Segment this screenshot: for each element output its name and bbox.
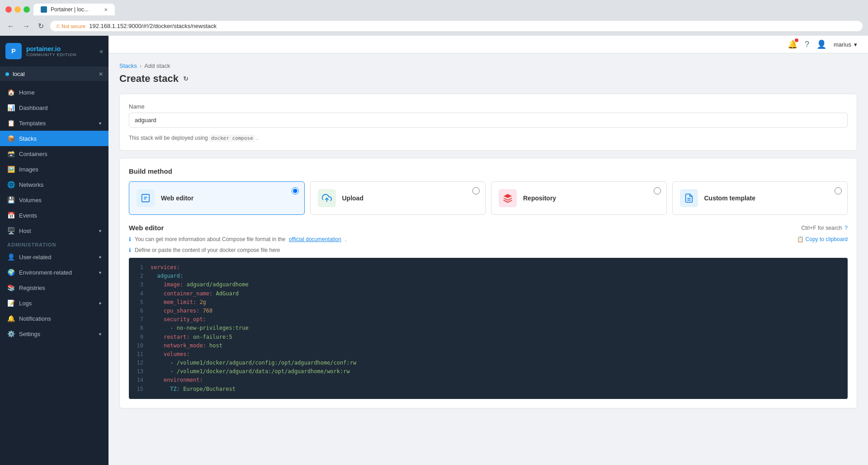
sidebar-item-dashboard[interactable]: 📊 Dashboard bbox=[0, 100, 108, 115]
custom-template-radio[interactable] bbox=[835, 187, 842, 195]
sidebar-item-label: Environment-related bbox=[19, 269, 72, 276]
close-btn[interactable] bbox=[5, 6, 12, 13]
notification-bell[interactable]: 🔔 bbox=[788, 39, 797, 49]
line-number: 10 bbox=[134, 342, 143, 350]
sidebar-item-home[interactable]: 🏠 Home bbox=[0, 85, 108, 100]
browser-tab[interactable]: Portainer | loc... ✕ bbox=[33, 4, 115, 15]
sidebar-item-label: Networks bbox=[19, 181, 43, 188]
forward-button[interactable]: → bbox=[21, 20, 32, 32]
line-number: 15 bbox=[134, 385, 143, 394]
name-input[interactable] bbox=[129, 113, 848, 128]
logo-text: portainer.io COMMUNITY EDITION bbox=[26, 45, 76, 57]
chevron-down-icon: ▾ bbox=[99, 270, 101, 275]
sidebar-item-settings[interactable]: ⚙️ Settings ▾ bbox=[0, 326, 108, 342]
sidebar-item-label: Home bbox=[19, 89, 35, 96]
stacks-icon: 📦 bbox=[7, 135, 14, 142]
refresh-button[interactable]: ↻ bbox=[183, 75, 189, 82]
page-title-text: Create stack bbox=[119, 73, 179, 85]
build-method-web-editor[interactable]: Web editor bbox=[129, 181, 305, 215]
images-icon: 🖼️ bbox=[7, 166, 14, 173]
build-method-repository[interactable]: Repository bbox=[491, 181, 667, 215]
define-hint-text: Define or paste the content of your dock… bbox=[135, 247, 280, 253]
line-number: 4 bbox=[134, 289, 143, 298]
app: P portainer.io COMMUNITY EDITION « local… bbox=[0, 36, 868, 465]
web-editor-header: Web editor Ctrl+F for search ? bbox=[129, 224, 848, 232]
sidebar-item-label: Events bbox=[19, 212, 37, 219]
help-icon[interactable]: ? bbox=[805, 40, 809, 49]
build-method-custom-template[interactable]: Custom template bbox=[672, 181, 848, 215]
tab-bar: Portainer | loc... ✕ bbox=[33, 4, 115, 15]
sidebar-item-containers[interactable]: 🗃️ Containers bbox=[0, 146, 108, 161]
repository-radio[interactable] bbox=[654, 187, 661, 195]
breadcrumb-stacks-link[interactable]: Stacks bbox=[119, 62, 137, 69]
breadcrumb-current: Add stack bbox=[144, 62, 170, 69]
reload-button[interactable]: ↻ bbox=[36, 20, 46, 32]
line-number: 1 bbox=[134, 263, 143, 272]
sidebar-item-label: Volumes bbox=[19, 197, 42, 204]
sidebar-item-registries[interactable]: 📚 Registries bbox=[0, 280, 108, 295]
official-documentation-link[interactable]: official documentation bbox=[289, 236, 341, 242]
collapse-sidebar-button[interactable]: « bbox=[99, 47, 103, 55]
maximize-btn[interactable] bbox=[24, 6, 30, 13]
env-status-dot bbox=[5, 72, 9, 76]
url-text: 192.168.1.152:9000/#!/2/docker/stacks/ne… bbox=[89, 23, 217, 29]
code-editor[interactable]: 1 services: 2 adguard: 3 image: adguard/… bbox=[129, 258, 848, 399]
env-close-button[interactable]: ✕ bbox=[99, 71, 103, 77]
stack-hint: This stack will be deployed using docker… bbox=[129, 135, 848, 141]
upload-radio[interactable] bbox=[472, 187, 480, 195]
sidebar-item-templates[interactable]: 📋 Templates ▾ bbox=[0, 115, 108, 131]
svg-rect-0 bbox=[142, 195, 150, 202]
custom-template-label: Custom template bbox=[704, 195, 756, 202]
chevron-down-icon: ▾ bbox=[99, 255, 101, 260]
tab-label: Portainer | loc... bbox=[51, 6, 89, 13]
sidebar-item-stacks[interactable]: 📦 Stacks bbox=[0, 131, 108, 146]
tab-close-icon[interactable]: ✕ bbox=[104, 7, 108, 12]
sidebar-item-label: Images bbox=[19, 166, 38, 173]
registries-icon: 📚 bbox=[7, 284, 14, 291]
sidebar-item-host[interactable]: 🖥️ Host ▾ bbox=[0, 223, 108, 238]
address-bar[interactable]: ⚠ Not secure 192.168.1.152:9000/#!/2/doc… bbox=[50, 21, 863, 31]
networks-icon: 🌐 bbox=[7, 181, 14, 188]
code-line: 6 cpu_shares: 768 bbox=[134, 307, 842, 315]
minimize-btn[interactable] bbox=[14, 6, 21, 13]
sidebar-item-images[interactable]: 🖼️ Images bbox=[0, 161, 108, 177]
chevron-down-icon: ▾ bbox=[99, 301, 101, 306]
chevron-down-icon: ▾ bbox=[99, 121, 101, 126]
repository-label: Repository bbox=[523, 195, 556, 202]
sidebar-item-events[interactable]: 📅 Events bbox=[0, 208, 108, 223]
build-methods-group: Web editor Upload bbox=[129, 181, 848, 215]
sidebar-item-user-related[interactable]: 👤 User-related ▾ bbox=[0, 249, 108, 265]
sidebar-item-logs[interactable]: 📝 Logs ▾ bbox=[0, 295, 108, 311]
sidebar-item-volumes[interactable]: 💾 Volumes bbox=[0, 192, 108, 208]
line-number: 12 bbox=[134, 359, 143, 367]
code-line: 1 services: bbox=[134, 263, 842, 272]
back-button[interactable]: ← bbox=[5, 20, 16, 32]
build-method-upload[interactable]: Upload bbox=[310, 181, 486, 215]
browser-toolbar: ← → ↻ ⚠ Not secure 192.168.1.152:9000/#!… bbox=[5, 18, 863, 36]
breadcrumb-separator: › bbox=[140, 62, 142, 69]
user-profile-icon: 👤 bbox=[816, 39, 826, 49]
breadcrumb: Stacks › Add stack bbox=[119, 62, 857, 69]
code-line: 12 - /volume1/docker/adguard/config:/opt… bbox=[134, 359, 842, 367]
web-editor-section-title: Web editor bbox=[129, 224, 164, 232]
upload-label: Upload bbox=[342, 195, 363, 202]
code-line: 5 mem_limit: 2g bbox=[134, 298, 842, 307]
copy-to-clipboard-button[interactable]: 📋 Copy to clipboard bbox=[797, 236, 848, 242]
web-editor-radio[interactable] bbox=[292, 187, 299, 195]
sidebar-item-environment-related[interactable]: 🌍 Environment-related ▾ bbox=[0, 265, 108, 280]
notifications-icon: 🔔 bbox=[7, 315, 14, 322]
user-menu[interactable]: marius ▾ bbox=[834, 41, 857, 48]
editor-hint-bar: ℹ You can get more information about Com… bbox=[129, 236, 848, 242]
line-number: 13 bbox=[134, 367, 143, 376]
sidebar-item-networks[interactable]: 🌐 Networks bbox=[0, 177, 108, 192]
chevron-down-icon: ▾ bbox=[854, 41, 857, 48]
sidebar-item-notifications[interactable]: 🔔 Notifications bbox=[0, 311, 108, 326]
browser-chrome: Portainer | loc... ✕ ← → ↻ ⚠ Not secure … bbox=[0, 0, 868, 36]
custom-template-icon bbox=[680, 189, 698, 207]
build-method-title: Build method bbox=[129, 167, 848, 175]
code-line: 3 image: adguard/adguardhome bbox=[134, 280, 842, 289]
sidebar-item-label: Logs bbox=[19, 300, 32, 307]
line-number: 11 bbox=[134, 350, 143, 359]
code-line: 13 - /volume1/docker/adguard/data:/opt/a… bbox=[134, 367, 842, 376]
user-icon: 👤 bbox=[7, 253, 14, 261]
